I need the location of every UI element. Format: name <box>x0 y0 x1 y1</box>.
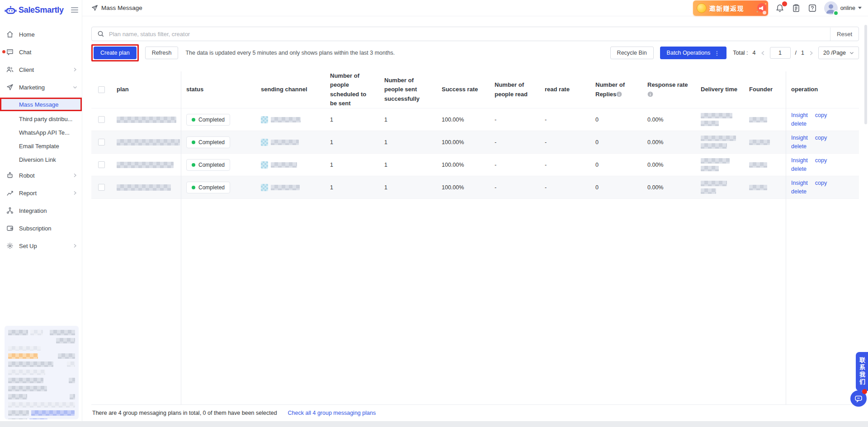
batch-operations-button[interactable]: Batch Operations ⋮ <box>660 47 727 59</box>
redacted-progress <box>31 410 75 416</box>
header-read-rate: read rate <box>539 71 590 108</box>
delete-link[interactable]: delete <box>791 166 807 172</box>
refresh-button[interactable]: Refresh <box>145 47 179 59</box>
toolbar-right: Recycle Bin Batch Operations ⋮ Total : 4… <box>610 47 859 59</box>
app-window: SaleSmartly Home Chat Client Marketing <box>0 0 868 421</box>
chat-icon <box>6 48 14 56</box>
notifications-bell-icon[interactable] <box>775 4 784 13</box>
select-all-checkbox[interactable] <box>98 86 105 93</box>
contact-us-tab[interactable]: 联系我们 <box>856 352 868 391</box>
sidebar-item-report[interactable]: Report <box>0 188 82 198</box>
next-page-button[interactable] <box>809 51 814 56</box>
row-checkbox[interactable] <box>98 161 105 168</box>
row-checkbox[interactable] <box>98 184 105 191</box>
copy-link[interactable]: copy <box>815 112 827 118</box>
sidebar-item-third-party-distribution[interactable]: Third party distribu... <box>0 113 82 125</box>
reset-button[interactable]: Reset <box>830 28 859 41</box>
info-icon[interactable] <box>616 91 622 97</box>
redacted-text <box>8 330 28 335</box>
check-all-plans-link[interactable]: Check all 4 group messaging plans <box>288 410 376 416</box>
insight-link[interactable]: Insight <box>791 112 808 118</box>
changelog-clipboard-icon[interactable] <box>792 4 801 13</box>
copy-link[interactable]: copy <box>815 135 827 141</box>
prev-page-button[interactable] <box>760 51 765 56</box>
sidebar-item-email-template[interactable]: Email Template <box>0 140 82 152</box>
selection-summary-text: There are 4 group messaging plans in tot… <box>92 410 277 416</box>
chevron-right-icon <box>73 173 77 178</box>
scrollbar-thumb[interactable] <box>864 25 867 124</box>
sidebar-item-set-up[interactable]: Set Up <box>0 240 82 251</box>
delete-link[interactable]: delete <box>791 143 807 150</box>
pagination: Total : 4 / 1 20 /Page <box>733 47 859 59</box>
batch-operations-label: Batch Operations <box>667 50 711 56</box>
home-icon <box>6 31 14 38</box>
redacted-channel-icon <box>261 161 268 169</box>
delete-link[interactable]: delete <box>791 188 807 195</box>
chat-bubble-icon <box>854 394 863 403</box>
recycle-bin-button[interactable]: Recycle Bin <box>610 47 654 59</box>
header-response-rate: Response rate <box>642 71 695 108</box>
create-plan-button[interactable]: Create plan <box>94 47 137 59</box>
sidebar-item-subscription[interactable]: Subscription <box>0 223 82 234</box>
row-checkbox[interactable] <box>98 139 105 145</box>
sidebar-item-mass-message[interactable]: Mass Message <box>0 98 82 111</box>
redacted-plan-name <box>117 162 174 168</box>
redacted-highlight <box>8 353 38 359</box>
insight-link[interactable]: Insight <box>791 135 808 141</box>
total-value: 4 <box>753 50 756 56</box>
ellipsis-icon: ⋮ <box>714 50 720 56</box>
page-size-label: 20 /Page <box>823 50 846 56</box>
redacted-plan-name <box>117 139 180 145</box>
cell-scheduled: 1 <box>325 176 379 198</box>
table-row: Completed 1 1 100.00% - - 0 0.00% Insigh… <box>91 176 859 199</box>
chevron-down-icon <box>849 51 854 55</box>
invite-cashback-banner[interactable]: 邀新赚返现 <box>693 0 768 16</box>
live-chat-button[interactable] <box>850 390 867 407</box>
chevron-right-icon <box>73 191 77 195</box>
info-icon[interactable] <box>647 91 653 97</box>
page-title-label: Mass Message <box>101 5 142 11</box>
sidebar-item-chat[interactable]: Chat <box>0 47 82 57</box>
page-size-select[interactable]: 20 /Page <box>818 47 859 59</box>
sidebar-item-label: Subscription <box>19 225 77 232</box>
sidebar-item-client[interactable]: Client <box>0 64 82 75</box>
search-input[interactable] <box>104 31 830 38</box>
copy-link[interactable]: copy <box>815 157 827 164</box>
status-label: Completed <box>198 117 225 123</box>
chevron-down-icon <box>73 85 77 89</box>
cell-read-rate: - <box>539 176 590 198</box>
insight-link[interactable]: Insight <box>791 157 808 164</box>
cell-read-rate: - <box>539 108 590 131</box>
redacted-channel-name <box>271 117 301 122</box>
copy-link[interactable]: copy <box>815 180 827 186</box>
help-icon[interactable] <box>808 4 817 13</box>
sidebar-item-whatsapp-api-template[interactable]: WhatsApp API Te... <box>0 127 82 138</box>
insight-link[interactable]: Insight <box>791 180 808 186</box>
status-badge: Completed <box>186 136 230 148</box>
cell-people-read: - <box>489 154 539 176</box>
sidebar-item-label: Third party distribu... <box>19 116 73 122</box>
redacted-channel-icon <box>261 116 268 123</box>
sidebar-promo-widget[interactable] <box>5 326 79 419</box>
sidebar-item-label: Report <box>19 190 73 197</box>
page-number-input[interactable] <box>770 47 791 59</box>
redacted-text <box>8 410 29 416</box>
delete-link[interactable]: delete <box>791 121 807 127</box>
sidebar-collapse-icon[interactable] <box>71 7 78 13</box>
sidebar-item-home[interactable]: Home <box>0 29 82 40</box>
sidebar-item-integration[interactable]: Integration <box>0 205 82 216</box>
sidebar-item-robot[interactable]: Robot <box>0 170 82 181</box>
total-label: Total : <box>733 50 748 56</box>
user-menu[interactable]: online <box>824 1 862 15</box>
row-checkbox[interactable] <box>98 116 105 123</box>
redacted-progress <box>29 418 47 419</box>
status-dot-icon <box>192 186 195 189</box>
cell-scheduled: 1 <box>325 154 379 176</box>
chat-notification-dot <box>2 50 5 53</box>
header-plan: plan <box>111 71 181 108</box>
sidebar-item-diversion-link[interactable]: Diversion Link <box>0 154 82 165</box>
redacted-channel-name <box>271 185 300 190</box>
status-label: Completed <box>198 139 225 145</box>
sidebar-item-marketing[interactable]: Marketing <box>0 82 82 93</box>
users-icon <box>6 66 14 73</box>
